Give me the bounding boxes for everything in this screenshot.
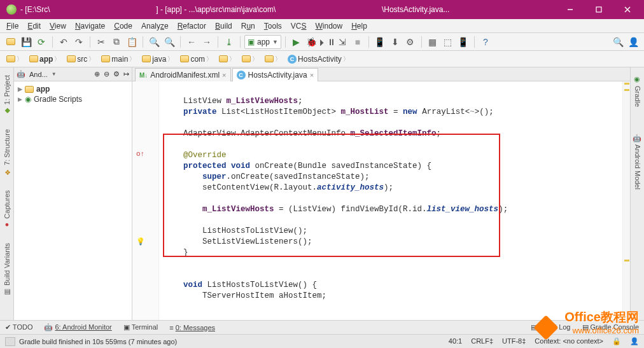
project-structure-icon[interactable]: ⬚ bbox=[441, 35, 455, 49]
menu-window[interactable]: Window bbox=[311, 21, 346, 31]
menu-code[interactable]: Code bbox=[110, 21, 136, 31]
crumb-src[interactable]: src〉 bbox=[64, 54, 97, 64]
override-marker-icon[interactable]: o↑ bbox=[136, 150, 144, 158]
crumb-class[interactable]: CHostsActivity〉 bbox=[285, 54, 352, 64]
lock-icon[interactable]: 🔒 bbox=[612, 337, 621, 345]
make-icon[interactable]: ⤓ bbox=[222, 35, 236, 49]
status-icon[interactable] bbox=[5, 337, 15, 346]
status-line-ending[interactable]: CRLF‡ bbox=[471, 337, 493, 345]
crumb-pkg3[interactable]: 〉 bbox=[262, 54, 284, 64]
window-minimize-button[interactable] bbox=[556, 0, 584, 19]
strip-captures[interactable]: ●Captures bbox=[3, 186, 11, 233]
editor-gutter[interactable]: o↑ 💡 bbox=[132, 81, 159, 320]
close-icon[interactable]: × bbox=[310, 71, 314, 79]
tree-app[interactable]: app bbox=[36, 85, 50, 94]
copy-icon[interactable]: ⧉ bbox=[109, 35, 123, 49]
sdk-icon[interactable]: ⬇ bbox=[388, 35, 402, 49]
strip-structure[interactable]: ❖7: Structure bbox=[3, 125, 11, 180]
project-panel: 🤖 And... ▼ ⊕ ⊖ ⚙ ↦ ▶app ▶◉Gradle Scripts bbox=[14, 67, 132, 320]
expand-icon[interactable]: ▶ bbox=[18, 96, 22, 102]
debug-icon[interactable]: 🐞 bbox=[305, 35, 319, 49]
attach-icon[interactable]: ⇲ bbox=[335, 35, 349, 49]
settings-icon[interactable]: ⚙ bbox=[403, 35, 417, 49]
svg-rect-1 bbox=[596, 7, 601, 12]
avd-icon[interactable]: 📱 bbox=[373, 35, 387, 49]
crumb-pkg2[interactable]: 〉 bbox=[239, 54, 261, 64]
expand-icon[interactable]: ▶ bbox=[18, 86, 22, 92]
project-view-selector[interactable]: And... bbox=[29, 71, 48, 78]
tab-terminal[interactable]: ▣ Terminal bbox=[123, 323, 158, 331]
stop-icon[interactable]: ■ bbox=[351, 35, 365, 49]
warning-marker[interactable] bbox=[624, 260, 629, 261]
profile-icon[interactable]: ⏵⏸ bbox=[320, 35, 334, 49]
tab-android-monitor[interactable]: 🤖 6: Android Monitor bbox=[44, 323, 111, 331]
title-p3: \HostsActivity.java... bbox=[382, 5, 449, 14]
crumb-root[interactable]: 〉 bbox=[4, 54, 25, 64]
strip-project[interactable]: ◆1: Project bbox=[3, 71, 11, 119]
menu-vcs[interactable]: VCS bbox=[287, 21, 311, 31]
tab-messages[interactable]: ≡ 0: Messages bbox=[169, 324, 215, 331]
code-body[interactable]: ListView m_ListViewHosts; private List<L… bbox=[159, 81, 622, 320]
status-encoding[interactable]: UTF-8‡ bbox=[502, 337, 526, 345]
collapse-icon[interactable]: ⊕ bbox=[94, 70, 100, 78]
open-icon[interactable] bbox=[4, 35, 18, 49]
paste-icon[interactable]: 📋 bbox=[125, 35, 139, 49]
menu-help[interactable]: Help bbox=[347, 21, 371, 31]
tab-todo[interactable]: ✔ TODO bbox=[5, 323, 32, 331]
undo-icon[interactable]: ↶ bbox=[57, 35, 71, 49]
cut-icon[interactable]: ✂ bbox=[94, 35, 108, 49]
layout-icon[interactable]: ▦ bbox=[426, 35, 440, 49]
back-icon[interactable]: ← bbox=[185, 35, 199, 49]
menu-analyze[interactable]: Analyze bbox=[137, 21, 172, 31]
search-everywhere-icon[interactable]: 🔍 bbox=[611, 35, 625, 49]
project-tree[interactable]: ▶app ▶◉Gradle Scripts bbox=[14, 81, 132, 320]
crumb-com[interactable]: com〉 bbox=[178, 54, 215, 64]
menu-run[interactable]: Run bbox=[237, 21, 259, 31]
tree-gradle[interactable]: Gradle Scripts bbox=[34, 95, 82, 104]
strip-buildvariants[interactable]: ▤Build Variants bbox=[3, 239, 11, 300]
error-stripe[interactable] bbox=[622, 81, 630, 320]
menu-file[interactable]: File bbox=[3, 21, 22, 31]
device-icon[interactable]: 📱 bbox=[456, 35, 470, 49]
inspector-icon[interactable]: 👤 bbox=[630, 337, 639, 345]
menu-build[interactable]: Build bbox=[211, 21, 236, 31]
close-icon[interactable]: × bbox=[222, 71, 226, 79]
run-config-selector[interactable]: ▣ app ▼ bbox=[244, 35, 281, 49]
target-icon[interactable]: ⊖ bbox=[104, 70, 109, 78]
title-p1: - [E:\Src\ bbox=[20, 5, 50, 14]
gear-icon[interactable]: ⚙ bbox=[113, 70, 120, 78]
sync-icon[interactable]: ⟳ bbox=[34, 35, 48, 49]
crumb-app[interactable]: app〉 bbox=[27, 54, 63, 64]
save-icon[interactable]: 💾 bbox=[19, 35, 33, 49]
bulb-icon[interactable]: 💡 bbox=[136, 237, 145, 246]
menu-tools[interactable]: Tools bbox=[260, 21, 286, 31]
warning-marker[interactable] bbox=[624, 89, 629, 91]
help-icon[interactable]: ? bbox=[479, 35, 493, 49]
editor-area: M↓ AndroidManifest.xml × C HostsActivity… bbox=[132, 67, 630, 320]
find-icon[interactable]: 🔍 bbox=[147, 35, 161, 49]
tab-manifest[interactable]: M↓ AndroidManifest.xml × bbox=[135, 68, 231, 81]
tab-hostsactivity[interactable]: C HostsActivity.java × bbox=[232, 68, 319, 81]
crumb-pkg1[interactable]: 〉 bbox=[216, 54, 238, 64]
crumb-java[interactable]: java〉 bbox=[139, 54, 176, 64]
crumb-main[interactable]: main〉 bbox=[99, 54, 138, 64]
user-icon[interactable]: 👤 bbox=[626, 35, 640, 49]
code-editor[interactable]: o↑ 💡 ListView m_ListViewHosts; private L… bbox=[132, 81, 630, 320]
menu-view[interactable]: View bbox=[46, 21, 70, 31]
strip-gradle[interactable]: ◉Gradle bbox=[633, 71, 641, 111]
warning-marker[interactable] bbox=[624, 83, 629, 85]
left-tool-strip: ◆1: Project ❖7: Structure ●Captures ▤Bui… bbox=[0, 67, 14, 320]
window-close-button[interactable] bbox=[613, 0, 641, 19]
forward-icon[interactable]: → bbox=[200, 35, 214, 49]
replace-icon[interactable]: 🔍 bbox=[162, 35, 176, 49]
strip-android-model[interactable]: 🤖Android Model bbox=[633, 130, 641, 193]
run-icon[interactable]: ▶ bbox=[290, 35, 304, 49]
status-caret[interactable]: 40:1 bbox=[449, 337, 462, 345]
redo-icon[interactable]: ↷ bbox=[72, 35, 86, 49]
menu-edit[interactable]: Edit bbox=[24, 21, 45, 31]
project-panel-header: 🤖 And... ▼ ⊕ ⊖ ⚙ ↦ bbox=[14, 67, 132, 81]
window-maximize-button[interactable] bbox=[584, 0, 613, 19]
menu-navigate[interactable]: Navigate bbox=[71, 21, 109, 31]
hide-icon[interactable]: ↦ bbox=[123, 70, 129, 78]
menu-refactor[interactable]: Refactor bbox=[174, 21, 210, 31]
